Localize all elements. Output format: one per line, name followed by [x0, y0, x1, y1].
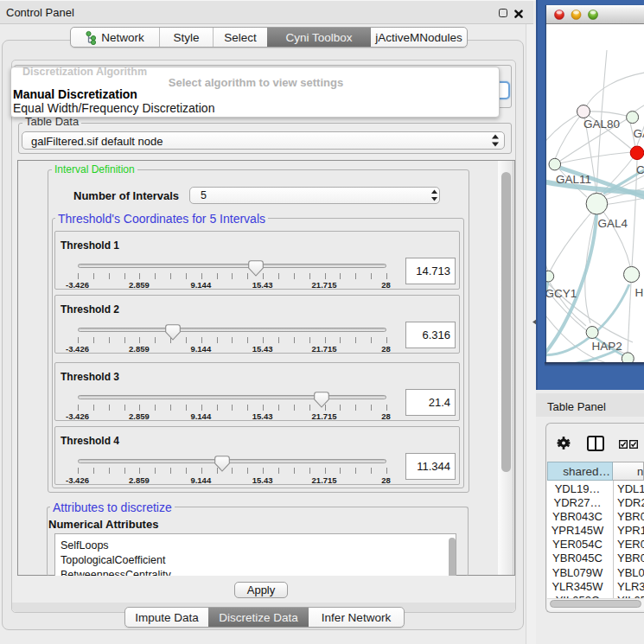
svg-text:GA: GA — [634, 127, 644, 140]
svg-text:C: C — [636, 163, 644, 176]
svg-text:GAL4: GAL4 — [598, 217, 628, 230]
svg-text:GAL80: GAL80 — [583, 118, 620, 131]
svg-text:GCY1: GCY1 — [546, 287, 577, 300]
svg-text:HAP2: HAP2 — [592, 340, 622, 353]
svg-text:H: H — [635, 286, 644, 299]
svg-text:GAL11: GAL11 — [556, 173, 591, 186]
